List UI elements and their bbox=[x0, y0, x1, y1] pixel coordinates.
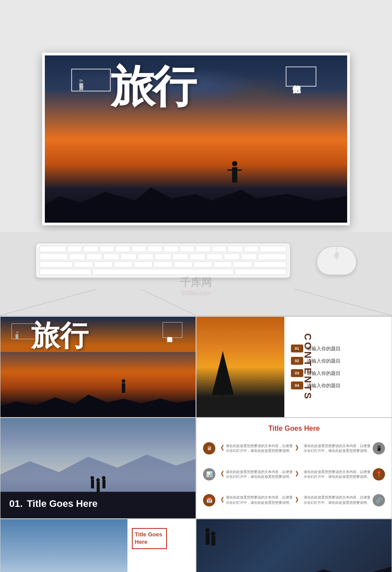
info-item-2: 》 请在此处放置您想要说的文本内容，以便显示在幻灯片中，请在此处放置您想要说明。… bbox=[295, 437, 385, 460]
info-item-3: 📊 《 请在此处放置您想要说的文本内容，以便显示在幻灯片中，请在此处放置您想要说… bbox=[203, 463, 293, 486]
contents-right: 01 请输入你的题目 02 请输入你的题目 03 请输入你的题目 04 bbox=[284, 317, 392, 417]
brp-person-1 bbox=[205, 528, 210, 546]
icon-share: 🔗 bbox=[373, 494, 385, 506]
title-overlay: 01. Title Goes Here bbox=[0, 491, 196, 518]
person-silhouette bbox=[228, 161, 241, 187]
contents-num-3: 03 bbox=[291, 369, 303, 377]
info-text-3: 请在此处放置您想要说的文本内容，以便显示在幻灯片中，请在此处放置您想要说明。 bbox=[226, 469, 293, 479]
person-2 bbox=[96, 478, 100, 493]
info-text-2: 请在此处放置您想要说的文本内容，以便显示在幻灯片中，请在此处放置您想要说明。 bbox=[304, 444, 370, 453]
keyboard bbox=[36, 243, 290, 278]
icon-calendar: 📅 bbox=[203, 494, 215, 506]
top-slide: 旅行记事本&旅游相册 旅行 旅行的记忆 bbox=[42, 53, 350, 225]
top-preview-container: 旅行记事本&旅游相册 旅行 旅行的记忆 bbox=[0, 0, 392, 225]
tree-top bbox=[212, 351, 234, 395]
clouds-layer bbox=[45, 64, 347, 117]
mini-small-text: 旅行记事本&旅游相册 bbox=[15, 331, 19, 334]
brp-person-2 bbox=[211, 532, 215, 546]
slide-number: 01. bbox=[9, 498, 23, 509]
info-text-6: 请在此处放置您想要说的文本内容，以便显示在幻灯片中，请在此处放置您想要说明。 bbox=[304, 495, 370, 505]
icon-monitor: 🖥 bbox=[203, 442, 215, 455]
info-text-5: 请在此处放置您想要说的文本内容，以便显示在幻灯片中，请在此处放置您想要说明。 bbox=[226, 495, 293, 505]
bottom-title-red: Title Goes Here bbox=[135, 531, 164, 546]
mini-silhouette bbox=[0, 391, 196, 417]
info-arrow-right-6: 》 bbox=[295, 496, 301, 504]
info-item-4: 》 请在此处放置您想要说的文本内容，以便显示在幻灯片中，请在此处放置您想要说明。… bbox=[295, 463, 385, 486]
cell-travel-slide: 旅行记事本&旅游相册 旅行 旅行的记忆 bbox=[0, 316, 196, 418]
icon-location: 📍 bbox=[373, 468, 385, 480]
person-3 bbox=[102, 476, 105, 493]
info-item-6: 》 请在此处放置您想要说的文本内容，以便显示在幻灯片中，请在此处放置您想要说明。… bbox=[295, 488, 385, 512]
person-1 bbox=[91, 476, 94, 493]
info-text-4: 请在此处放置您想要说的文本内容，以便显示在幻灯片中，请在此处放置您想要说明。 bbox=[304, 469, 370, 479]
contents-vertical-label: CONTENTS bbox=[302, 334, 313, 401]
mini-big-chinese: 旅行 bbox=[31, 321, 88, 350]
contents-num-4: 04 bbox=[291, 381, 303, 389]
cell-bottom-left: Title Goes Here bbox=[0, 519, 196, 572]
tree-silhouette bbox=[210, 351, 236, 417]
cell-info: Title Goes Here 🖥 《 请在此处放置您想要说的文本内容，以便显示… bbox=[196, 418, 392, 519]
contents-num-1: 01 bbox=[291, 345, 303, 352]
info-title: Title Goes Here bbox=[203, 425, 385, 433]
info-arrow-right-2: 》 bbox=[295, 444, 301, 452]
bottom-left-text: Title Goes Here bbox=[127, 519, 196, 572]
cell-photo: 01. Title Goes Here bbox=[0, 418, 196, 519]
svg-line-2 bbox=[294, 289, 392, 315]
people-group bbox=[91, 476, 105, 493]
mini-person bbox=[122, 379, 125, 393]
info-arrow-left-3: 《 bbox=[218, 470, 224, 478]
mountain-silhouette bbox=[45, 179, 347, 223]
contents-num-2: 02 bbox=[291, 357, 303, 365]
grid-section: 旅行记事本&旅游相册 旅行 旅行的记忆 CONTENTS 01 bbox=[0, 315, 392, 572]
dark-overlay bbox=[196, 567, 392, 572]
pointer-lines bbox=[0, 289, 392, 315]
info-arrow-right-4: 》 bbox=[295, 470, 301, 478]
slide-title: Title Goes Here bbox=[27, 498, 98, 509]
bottom-right-people bbox=[205, 528, 215, 546]
bottom-left-image bbox=[0, 519, 127, 572]
contents-image bbox=[196, 317, 284, 417]
keyboard-section bbox=[0, 232, 392, 289]
icon-mobile: 📱 bbox=[373, 442, 385, 455]
mini-slide-content: 旅行记事本&旅游相册 旅行 旅行的记忆 bbox=[0, 317, 196, 417]
mini-right-box: 旅行的记忆 bbox=[163, 322, 182, 338]
info-text-1: 请在此处放置您想要说的文本内容，以便显示在幻灯片中，请在此处放置您想要说明。 bbox=[226, 444, 293, 453]
svg-line-1 bbox=[141, 289, 196, 315]
cell-bottom-right: Title Goes bbox=[196, 519, 392, 572]
slide-background: 旅行记事本&旅游相册 旅行 旅行的记忆 bbox=[45, 55, 347, 223]
cell-contents: CONTENTS 01 请输入你的题目 02 请输入你的题目 03 请输入你的题… bbox=[196, 316, 392, 418]
icon-chart: 📊 bbox=[203, 468, 215, 480]
svg-line-0 bbox=[0, 289, 97, 315]
info-item-1: 🖥 《 请在此处放置您想要说的文本内容，以便显示在幻灯片中，请在此处放置您想要说… bbox=[203, 437, 293, 460]
info-arrow-left-5: 《 bbox=[218, 496, 224, 504]
info-grid: 🖥 《 请在此处放置您想要说的文本内容，以便显示在幻灯片中，请在此处放置您想要说… bbox=[203, 437, 385, 512]
info-item-5: 📅 《 请在此处放置您想要说的文本内容，以便显示在幻灯片中，请在此处放置您想要说… bbox=[203, 488, 293, 512]
mouse bbox=[317, 246, 356, 275]
info-arrow-left-1: 《 bbox=[218, 444, 224, 452]
bottom-title-box: Title Goes Here bbox=[132, 528, 167, 549]
